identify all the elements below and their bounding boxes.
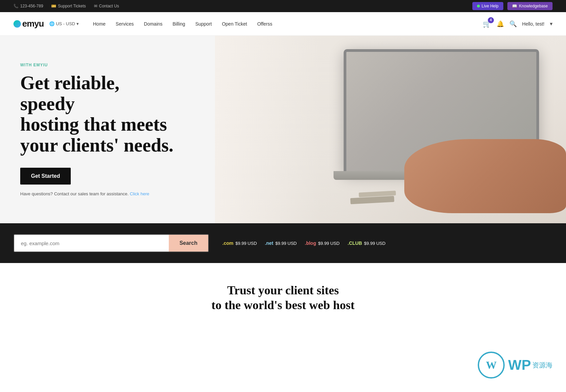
bell-icon[interactable]: 🔔 [497,20,504,28]
ext-blog-label: .blog [305,240,316,246]
phone-info: 📞 123-456-789 [13,4,43,8]
support-tickets-link[interactable]: 🎫 Support Tickets [51,4,86,8]
domain-input[interactable] [14,235,169,252]
chevron-down-icon: ▾ [76,21,79,26]
nav-home[interactable]: Home [89,19,109,29]
phone-icon: 📞 [13,4,19,8]
book-icon: 📖 [512,4,517,8]
hero-title-line2: hosting that meets [20,114,167,135]
ext-club-price: $9.99 USD [364,241,386,246]
logo[interactable]: emyu [13,19,44,29]
hero-eyebrow: WITH EMYIU [20,63,175,67]
hero-title-line1: Get reliable, speedy [20,72,119,114]
contact-us-link[interactable]: ✉ Contact Us [94,4,119,8]
trust-title: Trust your client sites [182,283,384,298]
nav-open-ticket[interactable]: Open Ticket [218,19,251,29]
nav-links: Home Services Domains Billing Support Op… [89,19,483,29]
user-greeting[interactable]: Hello, test! [522,21,544,27]
mail-icon: ✉ [94,4,97,8]
live-indicator [477,5,480,7]
ext-com-label: .com [222,240,233,246]
live-help-label: Live Help [482,4,499,8]
hero-section: WITH EMYIU Get reliable, speedy hosting … [0,36,566,223]
logo-icon [13,20,21,28]
ext-blog-price: $9.99 USD [318,241,340,246]
hero-title: Get reliable, speedy hosting that meets … [20,73,175,156]
domain-search-button[interactable]: Search [169,235,208,252]
nav-services[interactable]: Services [112,19,138,29]
globe-icon: 🌐 [49,21,55,26]
nav-billing[interactable]: Billing [168,19,189,29]
domain-bar: Search .com $9.99 USD .net $9.99 USD .bl… [0,223,566,263]
hero-content: WITH EMYIU Get reliable, speedy hosting … [0,36,189,223]
nav-support[interactable]: Support [191,19,216,29]
ext-club-label: .CLUB [348,240,362,246]
phone-number: 123-456-789 [20,4,43,8]
locale-selector[interactable]: 🌐 US - USD ▾ [49,21,79,26]
top-bar: 📞 123-456-789 🎫 Support Tickets ✉ Contac… [0,0,566,12]
nav-offerss[interactable]: Offerss [253,19,276,29]
nav-domains[interactable]: Domains [140,19,166,29]
domain-prices: .com $9.99 USD .net $9.99 USD .blog $9.9… [222,240,385,246]
knowledgebase-button[interactable]: 📖 Knowledgebase [507,2,553,10]
get-started-button[interactable]: Get Started [20,168,71,185]
logo-text: emyu [22,19,44,29]
help-link[interactable]: Click here [130,191,149,196]
domain-price-com: .com $9.99 USD [222,240,257,246]
domain-price-club: .CLUB $9.99 USD [348,240,385,246]
cart-badge: 4 [488,17,494,23]
ticket-icon: 🎫 [51,4,56,8]
domain-price-blog: .blog $9.99 USD [305,240,340,246]
ext-com-price: $9.99 USD [235,241,257,246]
live-help-button[interactable]: Live Help [472,2,503,10]
top-bar-left: 📞 123-456-789 🎫 Support Tickets ✉ Contac… [13,4,119,8]
knowledgebase-label: Knowledgebase [519,4,548,8]
main-nav: emyu 🌐 US - USD ▾ Home Services Domains … [0,12,566,36]
trust-subtitle: to the world's best web host [13,298,553,313]
user-dropdown-icon[interactable]: ▾ [550,21,553,27]
search-icon[interactable]: 🔍 [509,20,517,28]
domain-price-net: .net $9.99 USD [265,240,296,246]
nav-actions: 🛒 4 🔔 🔍 Hello, test! ▾ [483,20,553,28]
hero-title-line3: your clients' needs. [20,135,174,156]
support-tickets-label: Support Tickets [58,4,86,8]
top-bar-right: Live Help 📖 Knowledgebase [472,2,553,10]
ext-net-price: $9.99 USD [275,241,297,246]
help-main-text: Have questions? Contact our sales team f… [20,191,129,196]
locale-text: US - USD [56,21,75,26]
domain-search-form: Search [13,234,209,252]
hero-help-text: Have questions? Contact our sales team f… [20,191,175,196]
hero-image [215,36,566,223]
cart-button[interactable]: 🛒 4 [483,20,491,28]
ext-net-label: .net [265,240,273,246]
contact-us-label: Contact Us [99,4,119,8]
trust-section: Trust your client sites to the world's b… [0,263,566,319]
